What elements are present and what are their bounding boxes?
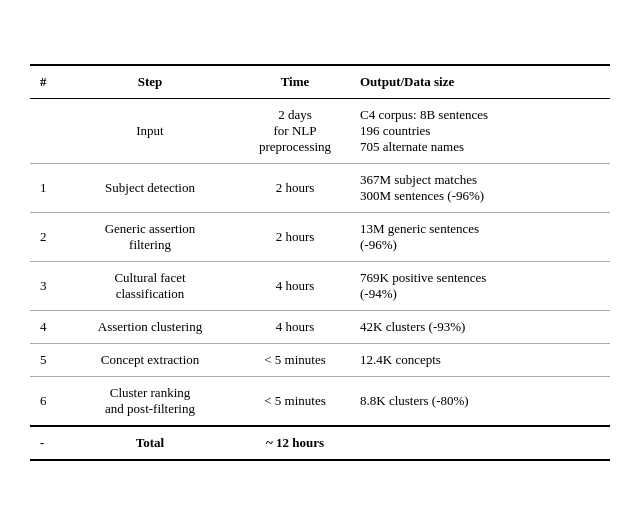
table-footer: - Total ~ 12 hours [30,426,610,460]
cell-time: 2 daysfor NLPpreprocessing [240,98,350,163]
cell-time: 2 hours [240,163,350,212]
cell-num: 4 [30,310,60,343]
cell-num: 3 [30,261,60,310]
cell-num: 6 [30,376,60,426]
total-time: ~ 12 hours [240,426,350,460]
cell-output: 769K positive sentences(-94%) [350,261,610,310]
table-body: Input2 daysfor NLPpreprocessingC4 corpus… [30,98,610,426]
table-row: 1Subject detection2 hours367M subject ma… [30,163,610,212]
cell-output: 367M subject matches300M sentences (-96%… [350,163,610,212]
cell-num [30,98,60,163]
table-row: 4Assertion clustering4 hours42K clusters… [30,310,610,343]
cell-num: 5 [30,343,60,376]
cell-output: 13M generic sentences(-96%) [350,212,610,261]
cell-step: Cultural facetclassification [60,261,240,310]
table-row: 5Concept extraction< 5 minutes12.4K conc… [30,343,610,376]
cell-step: Input [60,98,240,163]
cell-output: 42K clusters (-93%) [350,310,610,343]
cell-step: Cluster rankingand post-filtering [60,376,240,426]
cell-num: 2 [30,212,60,261]
pipeline-table: # Step Time Output/Data size Input2 days… [30,64,610,461]
header-time: Time [240,65,350,99]
header-num: # [30,65,60,99]
table-row: 2Generic assertionfiltering2 hours13M ge… [30,212,610,261]
total-row: - Total ~ 12 hours [30,426,610,460]
table-row: 3Cultural facetclassification4 hours769K… [30,261,610,310]
table-row: Input2 daysfor NLPpreprocessingC4 corpus… [30,98,610,163]
cell-step: Subject detection [60,163,240,212]
cell-output: 12.4K concepts [350,343,610,376]
header-step: Step [60,65,240,99]
cell-time: 2 hours [240,212,350,261]
cell-output: C4 corpus: 8B sentences196 countries705 … [350,98,610,163]
cell-step: Assertion clustering [60,310,240,343]
cell-step: Generic assertionfiltering [60,212,240,261]
total-step: Total [60,426,240,460]
header-output: Output/Data size [350,65,610,99]
cell-time: < 5 minutes [240,343,350,376]
total-num: - [30,426,60,460]
cell-time: 4 hours [240,310,350,343]
total-output [350,426,610,460]
cell-num: 1 [30,163,60,212]
cell-time: 4 hours [240,261,350,310]
main-table-container: # Step Time Output/Data size Input2 days… [30,64,610,461]
cell-step: Concept extraction [60,343,240,376]
table-row: 6Cluster rankingand post-filtering< 5 mi… [30,376,610,426]
cell-output: 8.8K clusters (-80%) [350,376,610,426]
table-header-row: # Step Time Output/Data size [30,65,610,99]
cell-time: < 5 minutes [240,376,350,426]
